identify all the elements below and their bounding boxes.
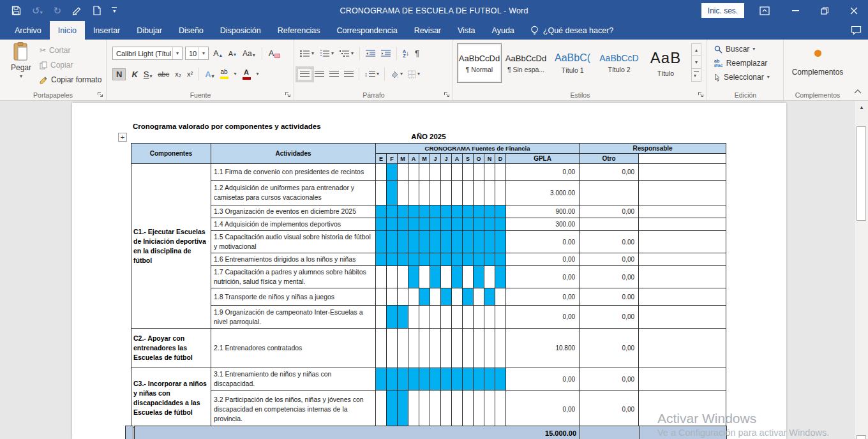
gantt-cell-1-filled[interactable]	[387, 218, 398, 231]
gantt-cell-5-filled[interactable]	[430, 368, 441, 391]
gantt-cell-4[interactable]	[419, 181, 430, 205]
scrollbar-thumb[interactable]	[857, 126, 866, 221]
gantt-cell-3-filled[interactable]	[408, 218, 419, 231]
gantt-cell-8-filled[interactable]	[463, 205, 474, 218]
gantt-cell-11[interactable]	[495, 391, 506, 428]
gantt-cell-10[interactable]	[484, 306, 495, 329]
gantt-cell-4[interactable]	[419, 266, 430, 288]
otro-cell[interactable]: 0,00	[580, 306, 639, 329]
borders-icon[interactable]: ▾	[408, 70, 420, 78]
font-name-combobox[interactable]: Calibri Light (Títul▾	[112, 47, 183, 60]
gantt-cell-0-filled[interactable]	[376, 368, 387, 391]
clear-formatting-button[interactable]: A	[269, 48, 281, 58]
ribbon-display-options-icon[interactable]	[752, 0, 777, 21]
responsable-cell[interactable]	[639, 368, 726, 391]
gpla-cell[interactable]: 900.00	[506, 205, 580, 218]
gantt-cell-7[interactable]	[452, 288, 463, 306]
underline-button[interactable]: S▾	[144, 70, 153, 79]
clipboard-dialog-launcher[interactable]	[97, 91, 103, 98]
gantt-cell-8-filled[interactable]	[463, 288, 474, 306]
comment-icon[interactable]	[851, 21, 862, 40]
gantt-cell-2-filled[interactable]	[398, 306, 408, 329]
activity-cell[interactable]: 1.8 Transporte de niños y niñas a juegos	[211, 288, 376, 306]
gantt-cell-8-filled[interactable]	[463, 218, 474, 231]
select-button[interactable]: Seleccionar▾	[714, 73, 770, 82]
gantt-cell-11-filled[interactable]	[495, 205, 506, 218]
gantt-cell-10-filled[interactable]	[484, 205, 495, 218]
style-card-1[interactable]: AaBbCcDd¶ Sin espa...	[504, 43, 548, 83]
gantt-cell-11[interactable]	[495, 329, 506, 368]
gantt-cell-10-filled[interactable]	[484, 231, 495, 253]
responsable-cell[interactable]	[639, 266, 726, 288]
style-card-3[interactable]: AaBbCcDTítulo 2	[597, 43, 641, 83]
cut-button[interactable]: ✂Cortar	[40, 46, 101, 55]
gpla-cell[interactable]: 0,00	[506, 164, 580, 181]
multilevel-list-icon[interactable]: ▾	[340, 50, 354, 57]
paste-dropdown-icon[interactable]: ▾	[20, 74, 22, 79]
responsable-cell[interactable]	[639, 231, 726, 253]
gantt-cell-5[interactable]	[430, 164, 441, 181]
gantt-cell-2[interactable]	[398, 288, 408, 306]
gantt-cell-0[interactable]	[376, 181, 387, 205]
gantt-cell-8[interactable]	[463, 266, 474, 288]
otro-cell[interactable]: 0,00	[580, 164, 639, 181]
style-card-2[interactable]: AaBbC(Título 1	[550, 43, 595, 83]
gantt-cell-0[interactable]	[376, 306, 387, 329]
justify-button[interactable]	[344, 71, 354, 78]
gantt-cell-5-filled[interactable]	[430, 253, 441, 266]
gantt-cell-10[interactable]	[484, 164, 495, 181]
shading-icon[interactable]: ▾	[390, 70, 403, 78]
addin-dot-icon[interactable]	[814, 50, 821, 57]
gantt-cell-11-filled[interactable]	[495, 266, 506, 288]
gantt-cell-0[interactable]	[376, 329, 387, 368]
gantt-cell-1-filled[interactable]	[387, 164, 398, 181]
strikethrough-button[interactable]: abc	[158, 70, 169, 78]
gantt-cell-9-filled[interactable]	[474, 368, 484, 391]
responsable-cell[interactable]	[639, 306, 726, 329]
gantt-cell-0[interactable]	[376, 164, 387, 181]
gantt-cell-9[interactable]	[474, 164, 484, 181]
activity-cell[interactable]: 1.9 Organización de campeonato Inter-Esc…	[211, 306, 376, 329]
align-left-button[interactable]	[300, 71, 310, 78]
gantt-cell-3[interactable]	[408, 329, 419, 368]
responsable-cell[interactable]	[639, 205, 726, 218]
style-card-4[interactable]: AaBTítulo	[643, 43, 688, 83]
style-card-0[interactable]: AaBbCcDd¶ Normal	[457, 43, 502, 83]
copy-button[interactable]: Copiar	[40, 61, 101, 70]
bullets-icon[interactable]: ▾	[300, 50, 314, 57]
gantt-cell-0-filled[interactable]	[376, 218, 387, 231]
gantt-cell-5[interactable]	[430, 329, 441, 368]
gantt-cell-2[interactable]	[398, 181, 408, 205]
collapse-ribbon-icon[interactable]	[854, 89, 862, 94]
otro-cell[interactable]: 0.00	[580, 288, 639, 306]
gantt-cell-9[interactable]	[474, 306, 484, 329]
gantt-cell-11[interactable]	[495, 181, 506, 205]
numbering-icon[interactable]: ▾	[320, 50, 334, 57]
component-cell[interactable]: C3.- Incorporar a niños y niñas con disc…	[131, 368, 211, 428]
gantt-cell-9[interactable]	[474, 391, 484, 428]
gantt-cell-3[interactable]	[408, 391, 419, 428]
gpla-cell[interactable]: 0,00	[506, 266, 580, 288]
tab-vista[interactable]: Vista	[449, 21, 484, 40]
decrease-indent-icon[interactable]	[366, 50, 375, 57]
format-painter-button[interactable]: Copiar formato	[40, 75, 101, 84]
gantt-cell-3-filled[interactable]	[408, 231, 419, 253]
gantt-cell-1-filled[interactable]	[387, 306, 398, 329]
gantt-cell-1-filled[interactable]	[387, 391, 398, 428]
gantt-cell-6-filled[interactable]	[441, 231, 452, 253]
gantt-cell-1-filled[interactable]	[387, 253, 398, 266]
gantt-cell-4-filled[interactable]	[419, 205, 430, 218]
gantt-cell-6-filled[interactable]	[441, 205, 452, 218]
gantt-cell-6-filled[interactable]	[441, 218, 452, 231]
gantt-cell-7[interactable]	[452, 181, 463, 205]
gantt-cell-10-filled[interactable]	[484, 368, 495, 391]
gantt-cell-4-filled[interactable]	[419, 231, 430, 253]
gantt-cell-5[interactable]	[430, 288, 441, 306]
find-button[interactable]: Buscar▾	[714, 45, 770, 54]
gantt-cell-11[interactable]	[495, 288, 506, 306]
tab-referencias[interactable]: Referencias	[269, 21, 329, 40]
scroll-up-icon[interactable]: ▲	[857, 102, 867, 112]
gantt-cell-3-filled[interactable]	[408, 253, 419, 266]
responsable-cell[interactable]	[639, 329, 726, 368]
align-center-button[interactable]	[315, 71, 324, 78]
